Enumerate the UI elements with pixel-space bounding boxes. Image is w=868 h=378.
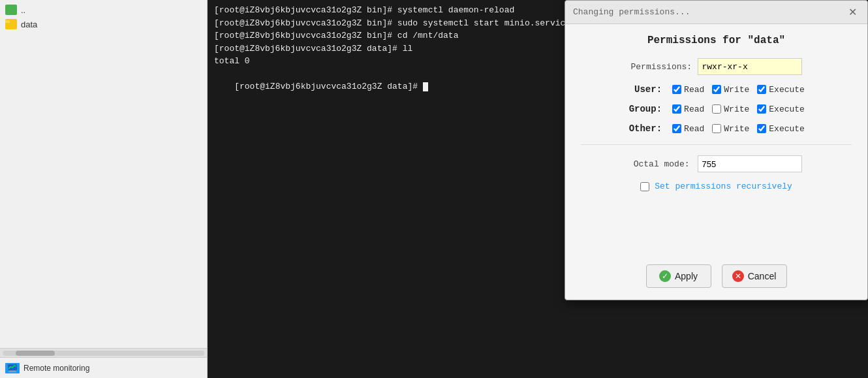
user-execute-checkbox-label[interactable]: Execute [757,85,805,95]
group-read-checkbox[interactable] [672,104,681,114]
apply-button[interactable]: ✓ Apply [646,264,711,288]
other-permissions-row: Other: Read Write Execute [581,123,852,134]
group-write-checkbox[interactable] [712,104,721,114]
scrollbar-track [3,351,204,356]
terminal-cursor [423,82,428,91]
group-execute-checkbox-label[interactable]: Execute [757,104,805,114]
dialog-title: Changing permissions... [573,7,690,17]
other-write-checkbox-label[interactable]: Write [712,124,749,134]
user-row-label: User: [620,84,672,95]
other-read-label: Read [684,124,704,134]
user-write-label: Write [724,85,749,95]
dialog-close-button[interactable]: ✕ [845,5,860,20]
recursive-row: Set permissions recursively [581,181,852,191]
svg-rect-0 [7,8,15,13]
octal-row: Octal mode: [581,155,852,172]
user-write-checkbox-label[interactable]: Write [712,85,749,95]
group-read-label: Read [684,104,704,114]
user-read-checkbox-label[interactable]: Read [672,85,704,95]
remote-monitoring-label: Remote monitoring [23,364,89,373]
sidebar-item-data-label: data [21,20,37,29]
group-permissions-row: Group: Read Write Execute [581,104,852,114]
svg-rect-6 [8,371,16,372]
apply-label: Apply [675,271,698,281]
apply-check-icon: ✓ [659,270,671,282]
dialog-titlebar: Changing permissions... ✕ [565,1,867,24]
group-read-checkbox-label[interactable]: Read [672,104,704,114]
other-read-checkbox-label[interactable]: Read [672,124,704,134]
other-execute-checkbox-label[interactable]: Execute [757,124,805,134]
user-read-label: Read [684,85,704,95]
sidebar-file-list: .. data [0,0,207,348]
divider [581,144,852,145]
user-read-checkbox[interactable] [672,85,681,94]
dialog-footer: ✓ Apply ✕ Cancel [565,258,867,300]
permissions-field-label: Permissions: [631,62,690,72]
monitor-icon [5,363,20,373]
svg-rect-3 [5,20,10,23]
other-write-checkbox[interactable] [712,124,721,133]
permissions-row: Permissions: [581,58,852,75]
horizontal-scrollbar[interactable] [0,348,207,357]
other-row-label: Other: [620,123,672,134]
permissions-input[interactable] [698,58,802,75]
user-execute-checkbox[interactable] [757,85,766,94]
sidebar-item-dotdot-label: .. [21,5,25,15]
recursive-checkbox[interactable] [640,182,649,191]
octal-input[interactable] [698,155,802,172]
user-write-checkbox[interactable] [712,85,721,94]
other-execute-label: Execute [769,124,805,134]
permissions-dialog: Changing permissions... ✕ Permissions fo… [565,0,868,300]
group-row-label: Group: [620,104,672,114]
dialog-heading: Permissions for "data" [581,35,852,46]
sidebar: .. data Remote monitoring [0,0,208,378]
recursive-label: Set permissions recursively [655,181,792,191]
cancel-label: Cancel [748,271,777,281]
user-permissions-row: User: Read Write Execute [581,84,852,95]
user-execute-label: Execute [769,85,805,95]
group-execute-label: Execute [769,104,805,114]
octal-field-label: Octal mode: [631,159,690,169]
other-write-label: Write [724,124,749,134]
sidebar-item-dotdot[interactable]: .. [0,3,207,17]
remote-monitoring-bar: Remote monitoring [0,357,207,378]
group-write-checkbox-label[interactable]: Write [712,104,749,114]
other-execute-checkbox[interactable] [757,124,766,133]
scrollbar-thumb [16,351,55,356]
sidebar-item-data[interactable]: data [0,17,207,31]
terminal-area[interactable]: [root@iZ8vbj6kbjuvcvca31o2g3Z bin]# syst… [208,0,868,378]
cancel-button[interactable]: ✕ Cancel [722,264,787,288]
svg-rect-5 [10,370,15,371]
dialog-body: Permissions for "data" Permissions: User… [565,24,867,258]
group-execute-checkbox[interactable] [757,104,766,114]
cancel-x-icon: ✕ [732,270,744,282]
group-write-label: Write [724,104,749,114]
dotdot-icon [5,5,17,15]
svg-rect-1 [7,7,10,8]
folder-icon [5,19,17,29]
other-read-checkbox[interactable] [672,124,681,133]
